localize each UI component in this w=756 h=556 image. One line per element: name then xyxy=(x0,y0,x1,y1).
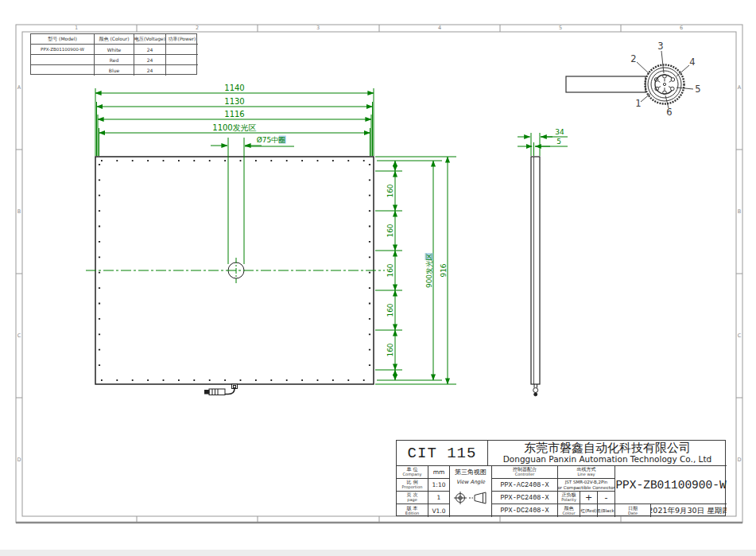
pin-label-1: 1 xyxy=(635,99,641,109)
spec-cell-colour: Blue xyxy=(95,65,134,76)
dim-width-1140: 1140 xyxy=(224,84,244,92)
date-label-en: Date xyxy=(628,511,638,516)
zone-label-top: 2 xyxy=(196,25,199,31)
view-angle-cell: 第三角视图 View Angle xyxy=(450,466,492,517)
spec-cell-model xyxy=(31,65,95,76)
pin-label-4: 4 xyxy=(689,58,695,68)
polarity-label: 正负极Polarity xyxy=(558,492,580,504)
zone-label-left: A xyxy=(17,85,21,91)
zone-label-left: C xyxy=(17,333,21,339)
spec-cell-model xyxy=(31,55,95,65)
zone-label-right: D xyxy=(737,457,741,463)
bottom-gray-bar xyxy=(0,550,756,556)
title-block-code: CIT 115 xyxy=(397,441,488,466)
spec-cell-voltage: 24 xyxy=(134,55,166,65)
dim-thickness-34: 34 xyxy=(555,129,564,136)
zone-label-right: A xyxy=(738,85,741,91)
dimension-linework xyxy=(86,88,568,384)
spec-cell-power xyxy=(166,65,198,76)
spec-header-model: 型号 (Model) xyxy=(31,34,95,45)
connector-detail-linework xyxy=(566,51,693,108)
dim-width-1130: 1130 xyxy=(224,98,244,106)
polarity-positive: + xyxy=(580,492,598,504)
dim-height-916: 916 xyxy=(440,263,448,277)
controller-label: 控制器配合Controller xyxy=(492,466,558,479)
dim-pitch-160: 160 xyxy=(387,184,394,197)
zone-label-right: C xyxy=(738,333,742,339)
zone-label-top: 1 xyxy=(75,25,78,31)
scale-label-en: Proportion xyxy=(402,485,423,490)
spec-cell-voltage: 24 xyxy=(134,45,166,55)
controller-model: PPX-AC2408-X xyxy=(492,479,558,492)
lineway-label: 出线方式Line way xyxy=(558,466,615,479)
spec-header-voltage: 电压(Voltage) xyxy=(134,34,166,45)
scale-label: 比 例Proportion xyxy=(397,479,428,492)
zone-label-left: D xyxy=(17,457,21,463)
drawing-sheet: 1 2 3 4 5 6 A B C D A B C D 型号 (Model) 颜… xyxy=(0,0,756,556)
zone-label-top: 3 xyxy=(316,25,320,31)
colour-positive: 红(Red) xyxy=(580,504,598,517)
lineway-label-en: Line way xyxy=(577,472,595,477)
unit-label-en: Company xyxy=(403,472,422,477)
dim-width-1116: 1116 xyxy=(224,111,244,119)
pin-label-6: 6 xyxy=(666,108,672,118)
zone-label-left: B xyxy=(17,209,21,215)
spec-table: 型号 (Model) 颜色 (Colour) 电压(Voltage) 功率(Po… xyxy=(30,33,197,75)
page-value: 1 xyxy=(428,492,450,504)
company-name-cn: 东莞市磐鑫自动化科技有限公司 xyxy=(524,442,691,455)
polarity-label-en: Polarity xyxy=(561,498,576,503)
date-value: 2021年9月30日 星期四 xyxy=(651,504,727,517)
edition-value: V1.0 xyxy=(428,504,450,517)
edition-label: 版 本Edition xyxy=(397,504,428,517)
controller-model: PPX-DC2408-X xyxy=(492,504,558,517)
dim-width-1100-area: 1100发光区 xyxy=(212,124,256,132)
spec-header-power: 功率(Power) xyxy=(166,34,198,45)
polarity-negative: - xyxy=(598,492,615,504)
zone-label-top: 6 xyxy=(680,25,683,31)
dim-center-hole: Ø75中圈 xyxy=(257,137,286,144)
third-angle-projection-icon xyxy=(452,488,489,507)
front-view-linework xyxy=(95,157,374,395)
dim-face-5: 5 xyxy=(556,138,561,146)
company-name-en: Dongguan Panxin Automation Technology Co… xyxy=(503,455,712,464)
spec-header-colour: 颜色 (Colour) xyxy=(95,34,134,45)
dim-height-900-area: 900发光区 xyxy=(426,253,433,288)
company-cell: 东莞市磐鑫自动化科技有限公司 Dongguan Panxin Automatio… xyxy=(488,441,727,466)
pin-label-3: 3 xyxy=(657,42,663,52)
lineway-value: JST SMR-02V-B,2Pin or Compactible Connec… xyxy=(558,479,615,492)
pin-label-5: 5 xyxy=(695,85,700,95)
pin-label-2: 2 xyxy=(630,55,636,64)
controller-label-en: Controller xyxy=(515,472,535,477)
dim-center-hole-highlight: 圈 xyxy=(278,136,285,144)
spec-cell-power xyxy=(166,55,198,65)
controller-model: PPX-PC2408-X xyxy=(492,492,558,504)
dim-pitch-160: 160 xyxy=(387,224,394,237)
unit-label: 单 位Company xyxy=(397,466,428,479)
lineway-connector-type: JST SMR-02V-B,2Pin xyxy=(565,480,608,485)
zone-label-top: 4 xyxy=(438,25,441,31)
unit-value: mm xyxy=(428,466,450,479)
colour-label-en: Colour xyxy=(562,511,575,516)
title-block: CIT 115 东莞市磐鑫自动化科技有限公司 Dongguan Panxin A… xyxy=(396,440,726,516)
page-label-en: page xyxy=(407,498,417,503)
dim-900-text: 900发光 xyxy=(425,260,433,288)
zone-label-top: 5 xyxy=(559,25,562,31)
dim-center-hole-text: Ø75中 xyxy=(257,136,279,144)
dim-pitch-160: 160 xyxy=(387,343,394,356)
zone-label-right: B xyxy=(738,209,741,215)
lineway-connector-alt: or Compactible Connector xyxy=(558,485,615,491)
spec-cell-colour: Red xyxy=(95,55,134,65)
spec-cell-model: PPX-ZB01100900-W xyxy=(31,45,95,55)
dim-pitch-160: 160 xyxy=(387,263,394,277)
side-view-linework xyxy=(531,157,540,396)
view-angle-cn: 第三角视图 xyxy=(455,468,487,476)
edition-label-en: Edition xyxy=(405,511,419,516)
dim-pitch-160: 160 xyxy=(387,303,394,317)
spec-cell-power xyxy=(166,45,198,55)
colour-label: 颜色Colour xyxy=(558,504,580,517)
spec-cell-colour: White xyxy=(95,45,134,55)
view-angle-en: View Angle xyxy=(456,479,485,485)
spec-cell-voltage: 24 xyxy=(134,65,166,76)
date-label: 日期Date xyxy=(615,504,651,517)
part-number: PPX-ZB01100900-W xyxy=(615,466,727,504)
